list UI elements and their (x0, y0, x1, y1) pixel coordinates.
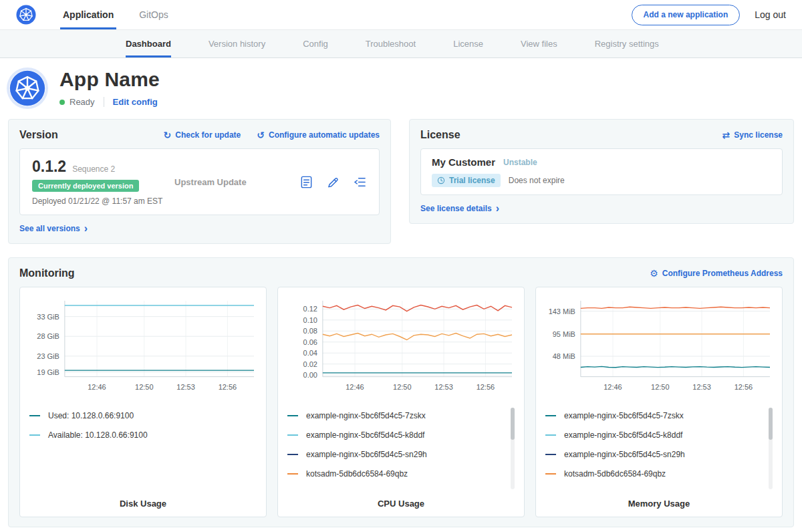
navbar-tab-gitops[interactable]: GitOps (136, 0, 171, 29)
svg-text:12:56: 12:56 (734, 383, 753, 391)
version-card-header: Version ↻ Check for update ↺ Configure a… (19, 129, 380, 141)
sync-license-link[interactable]: ⇄ Sync license (722, 130, 783, 140)
kubernetes-logo-icon (16, 5, 36, 25)
version-card-title: Version (19, 129, 58, 141)
legend-item[interactable]: example-nginx-5bc6f5d4c5-7zskx (287, 406, 504, 426)
legend-item[interactable]: example-nginx-5bc6f5d4c5-7zskx (545, 406, 762, 426)
svg-text:12:56: 12:56 (219, 383, 237, 391)
legend-color-dash (545, 454, 556, 455)
edit-config-button[interactable] (326, 175, 340, 189)
status-dot-icon (59, 100, 65, 105)
chart-plot-cpu-usage: 0.000.020.040.060.080.100.1212:4612:5012… (286, 294, 516, 400)
legend-item[interactable]: Available: 10.128.0.66:9100 (29, 426, 246, 445)
legend-color-dash (545, 434, 556, 436)
chevron-right-icon: › (496, 205, 499, 212)
svg-text:33 GiB: 33 GiB (37, 313, 59, 321)
subnav-item-registry-settings[interactable]: Registry settings (595, 30, 659, 57)
legend-scrollbar-thumb[interactable] (511, 408, 515, 440)
release-notes-button[interactable] (299, 175, 313, 189)
subnav-item-troubleshoot[interactable]: Troubleshoot (366, 30, 416, 57)
legend-item[interactable]: example-nginx-5bc6f5d4c5-sn29h (287, 445, 504, 464)
chart-legend: Used: 10.128.0.66:9100Available: 10.128.… (28, 402, 258, 495)
legend-color-dash (287, 434, 298, 436)
link-label: Check for update (175, 130, 241, 140)
deployed-badge: Currently deployed version (32, 180, 139, 192)
svg-text:23 GiB: 23 GiB (37, 352, 59, 360)
chart-title: Memory Usage (544, 495, 774, 514)
add-new-application-button[interactable]: Add a new application (632, 5, 741, 25)
subnav-item-dashboard[interactable]: Dashboard (126, 30, 171, 57)
top-navbar: ApplicationGitOps Add a new application … (0, 0, 802, 30)
configure-prometheus-link[interactable]: ⚙ Configure Prometheus Address (650, 269, 783, 278)
svg-text:12:50: 12:50 (393, 383, 411, 391)
svg-text:48 MiB: 48 MiB (553, 352, 575, 360)
chart-card-cpu-usage: 0.000.020.040.060.080.100.1212:4612:5012… (277, 287, 525, 517)
legend-item[interactable]: example-nginx-5bc6f5d4c5-k8ddf (287, 426, 504, 445)
refresh-icon: ↻ (164, 130, 172, 140)
license-card: License ⇄ Sync license My Customer Unsta… (409, 119, 794, 224)
legend-label: example-nginx-5bc6f5d4c5-sn29h (306, 450, 427, 459)
see-all-versions-link[interactable]: See all versions › (19, 224, 88, 233)
logout-button[interactable]: Log out (755, 9, 786, 20)
svg-text:12:56: 12:56 (477, 383, 495, 391)
svg-text:12:46: 12:46 (346, 383, 364, 391)
chart-legend: example-nginx-5bc6f5d4c5-7zskxexample-ng… (544, 402, 774, 495)
release-notes-icon (299, 175, 313, 189)
gear-icon: ⚙ (650, 269, 658, 278)
legend-item[interactable]: kotsadm-5db6dc6584-69qbz (287, 464, 504, 484)
link-label: See all versions (19, 224, 80, 233)
legend-label: Used: 10.128.0.66:9100 (48, 411, 134, 420)
subnav-item-config[interactable]: Config (303, 30, 328, 57)
chart-title: CPU Usage (286, 495, 516, 514)
chart-legend: example-nginx-5bc6f5d4c5-7zskxexample-ng… (286, 402, 516, 495)
version-sequence: Sequence 2 (72, 164, 115, 174)
check-for-update-link[interactable]: ↻ Check for update (164, 130, 241, 140)
navbar-tab-application[interactable]: Application (60, 0, 116, 29)
svg-text:12:53: 12:53 (692, 383, 710, 391)
svg-text:12:50: 12:50 (651, 383, 669, 391)
chart-plot-memory-usage: 48 MiB95 MiB143 MiB12:4612:5012:5312:56 (544, 294, 774, 400)
svg-text:0.02: 0.02 (303, 360, 317, 368)
svg-text:0.00: 0.00 (303, 371, 317, 379)
license-row-customer: My Customer Unstable (432, 156, 771, 168)
legend-item[interactable]: Used: 10.128.0.66:9100 (29, 406, 246, 426)
license-channel: Unstable (503, 158, 537, 167)
app-status: Ready (70, 97, 95, 107)
link-label: See license details (420, 204, 492, 213)
chart-plot-disk-usage: 19 GiB23 GiB28 GiB33 GiB12:4612:5012:531… (28, 294, 258, 400)
svg-text:12:46: 12:46 (88, 383, 106, 391)
legend-label: Available: 10.128.0.66:9100 (48, 430, 148, 440)
subnav-item-license[interactable]: License (453, 30, 483, 57)
legend-label: kotsadm-5db6dc6584-69qbz (306, 469, 408, 479)
subnav-item-view-files[interactable]: View files (521, 30, 557, 57)
view-diff-button[interactable] (353, 175, 367, 189)
legend-item[interactable]: example-nginx-5bc6f5d4c5-sn29h (545, 445, 762, 464)
svg-text:12:53: 12:53 (434, 383, 452, 391)
see-license-details-link[interactable]: See license details › (420, 204, 499, 213)
link-label: Sync license (734, 130, 783, 140)
legend-label: example-nginx-5bc6f5d4c5-sn29h (564, 450, 685, 459)
pen-icon (326, 175, 340, 189)
legend-scrollbar-thumb[interactable] (769, 408, 773, 440)
auto-update-icon: ↺ (257, 130, 265, 140)
deployed-timestamp: Deployed 01/21/22 @ 11:57 am EST (32, 196, 169, 206)
legend-label: example-nginx-5bc6f5d4c5-k8ddf (306, 430, 424, 440)
legend-scrollbar[interactable] (511, 408, 515, 489)
legend-scrollbar[interactable] (769, 408, 773, 489)
license-panel: My Customer Unstable Trial license Does … (420, 148, 783, 195)
svg-text:95 MiB: 95 MiB (553, 330, 575, 338)
legend-item[interactable]: kotsadm-5db6dc6584-69qbz (545, 464, 762, 484)
legend-color-dash (29, 434, 40, 436)
legend-item[interactable]: example-nginx-5bc6f5d4c5-k8ddf (545, 426, 762, 445)
link-label: Configure Prometheus Address (662, 269, 783, 278)
legend-label: example-nginx-5bc6f5d4c5-7zskx (564, 411, 684, 420)
legend-color-dash (29, 415, 40, 416)
subnav-item-version-history[interactable]: Version history (209, 30, 265, 57)
configure-automatic-updates-link[interactable]: ↺ Configure automatic updates (257, 130, 380, 140)
app-title: App Name (59, 68, 160, 92)
app-meta: App Name Ready Edit config (59, 68, 160, 107)
app-subnav: DashboardVersion historyConfigTroublesho… (0, 30, 802, 58)
link-label: Configure automatic updates (269, 130, 380, 140)
edit-config-link[interactable]: Edit config (104, 97, 158, 107)
svg-text:12:53: 12:53 (176, 383, 194, 391)
